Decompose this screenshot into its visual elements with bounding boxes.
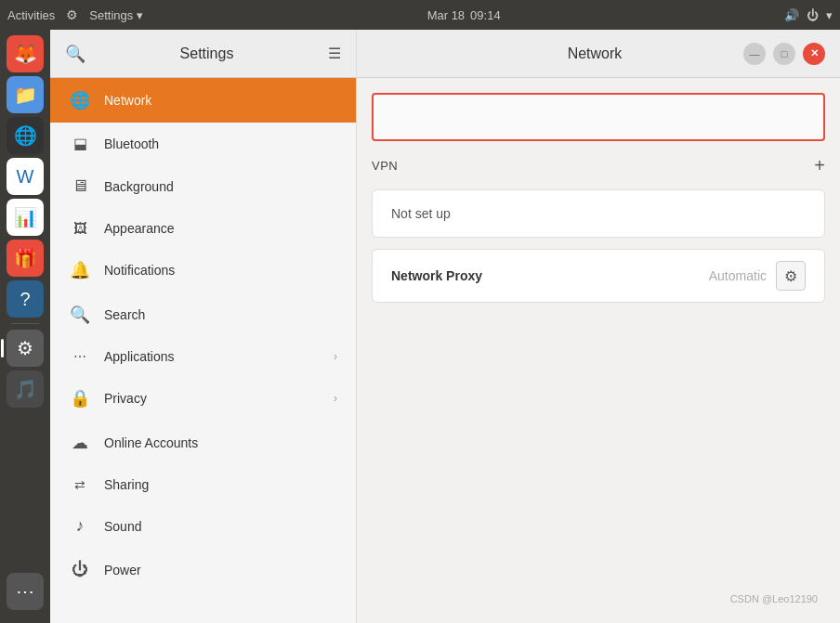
sound-icon: ♪ <box>69 516 91 536</box>
minimize-button[interactable]: — <box>743 43 766 65</box>
window-content: 🔍 Settings ☰ 🌐 Network ⬓ Bluetooth 🖥 <box>50 30 840 623</box>
sidebar-label-network: Network <box>104 93 337 108</box>
content-panel: Network — □ ✕ VPN + <box>357 30 840 623</box>
dock-icon-files[interactable]: 📁 <box>7 76 44 113</box>
vpn-section-header: VPN + <box>372 152 825 178</box>
content-titlebar: Network — □ ✕ <box>357 30 840 78</box>
applications-icon: ⋯ <box>69 349 91 364</box>
app-window: 🦊 📁 🌐 W 📊 🎁 ? ⚙ 🎵 ⋯ 🔍 Settings ☰ <box>0 30 840 623</box>
dock-icon-settings[interactable]: ⚙ <box>7 330 44 367</box>
maximize-button[interactable]: □ <box>773 43 795 65</box>
sidebar-label-privacy: Privacy <box>104 391 321 406</box>
power-sidebar-icon: ⏻ <box>69 560 91 579</box>
proxy-right: Automatic ⚙ <box>709 261 806 291</box>
topbar-date: Mar 18 <box>427 8 465 22</box>
watermark: CSDN @Leo12190 <box>730 590 825 608</box>
proxy-label: Network Proxy <box>391 268 482 283</box>
sidebar-label-notifications: Notifications <box>104 263 337 278</box>
sidebar-label-background: Background <box>104 179 337 194</box>
dock-icon-music[interactable]: 🎵 <box>7 370 44 408</box>
sidebar-item-notifications[interactable]: 🔔 Notifications <box>50 248 356 292</box>
window-controls: — □ ✕ <box>743 43 825 65</box>
sidebar-item-background[interactable]: 🖥 Background <box>50 164 356 208</box>
sidebar-item-power[interactable]: ⏻ Power <box>50 548 356 591</box>
system-menu-arrow[interactable]: ▾ <box>826 8 833 22</box>
settings-window: 🔍 Settings ☰ 🌐 Network ⬓ Bluetooth 🖥 <box>50 30 840 623</box>
volume-icon[interactable]: 🔊 <box>784 8 799 22</box>
vpn-add-button[interactable]: + <box>814 156 825 175</box>
topbar-dropdown-icon: ▾ <box>137 8 143 22</box>
sidebar-item-network[interactable]: 🌐 Network <box>50 78 356 123</box>
vpn-label: VPN <box>372 159 398 173</box>
dock-separator <box>11 323 39 324</box>
bluetooth-icon: ⬓ <box>69 135 91 152</box>
dock-show-apps[interactable]: ⋯ <box>7 573 44 610</box>
content-title: Network <box>446 45 743 62</box>
online-accounts-icon: ☁ <box>69 433 91 453</box>
search-icon: 🔍 <box>69 305 91 325</box>
network-proxy-card: Network Proxy Automatic ⚙ <box>372 249 825 303</box>
sidebar-label-online-accounts: Online Accounts <box>104 435 337 450</box>
content-body: VPN + Not set up Network Proxy Automatic… <box>357 78 840 623</box>
sidebar-search-icon[interactable]: 🔍 <box>65 44 85 64</box>
proxy-settings-button[interactable]: ⚙ <box>776 261 806 291</box>
sidebar-label-bluetooth: Bluetooth <box>104 136 337 151</box>
settings-sidebar: 🔍 Settings ☰ 🌐 Network ⬓ Bluetooth 🖥 <box>50 30 357 623</box>
topbar-gear-icon: ⚙ <box>66 7 78 22</box>
privacy-icon: 🔒 <box>69 388 91 409</box>
dock-icon-libreoffice[interactable]: W <box>7 158 44 195</box>
sidebar-item-sound[interactable]: ♪ Sound <box>50 504 356 548</box>
sidebar-item-search[interactable]: 🔍 Search <box>50 292 356 337</box>
sidebar-item-appearance[interactable]: 🖼 Appearance <box>50 208 356 248</box>
power-icon[interactable]: ⏻ <box>807 8 819 22</box>
sidebar-title: Settings <box>180 45 234 62</box>
background-icon: 🖥 <box>69 176 91 196</box>
topbar-settings-label: Settings <box>89 8 133 22</box>
sidebar-items-list: 🌐 Network ⬓ Bluetooth 🖥 Background 🖼 App… <box>50 78 356 623</box>
network-status-box <box>372 93 825 141</box>
appearance-icon: 🖼 <box>69 220 91 236</box>
activities-button[interactable]: Activities <box>7 8 55 22</box>
sidebar-item-privacy[interactable]: 🔒 Privacy › <box>50 376 356 421</box>
vpn-not-setup-text: Not set up <box>391 206 451 221</box>
sidebar-item-online-accounts[interactable]: ☁ Online Accounts <box>50 421 356 465</box>
sidebar-menu-icon[interactable]: ☰ <box>328 45 341 62</box>
dock-icon-help[interactable]: ? <box>7 280 44 318</box>
notifications-icon: 🔔 <box>69 260 91 280</box>
topbar: Activities ⚙ Settings ▾ Mar 18 09:14 🔊 ⏻… <box>0 0 840 30</box>
sidebar-label-appearance: Appearance <box>104 221 337 236</box>
dock-icon-software[interactable]: 🎁 <box>7 240 44 277</box>
sidebar-header: 🔍 Settings ☰ <box>50 30 356 78</box>
dock: 🦊 📁 🌐 W 📊 🎁 ? ⚙ 🎵 ⋯ <box>0 30 50 623</box>
sharing-icon: ⇄ <box>69 477 91 492</box>
dock-icon-calc[interactable]: 📊 <box>7 199 44 236</box>
sidebar-item-sharing[interactable]: ⇄ Sharing <box>50 465 356 504</box>
sidebar-label-sound: Sound <box>104 519 337 534</box>
topbar-settings-menu[interactable]: Settings ▾ <box>89 8 143 22</box>
proxy-gear-icon: ⚙ <box>784 267 797 285</box>
sidebar-label-search: Search <box>104 307 337 322</box>
sidebar-item-bluetooth[interactable]: ⬓ Bluetooth <box>50 123 356 164</box>
dock-icon-browser[interactable]: 🌐 <box>7 117 44 154</box>
sidebar-label-applications: Applications <box>104 349 321 364</box>
close-button[interactable]: ✕ <box>803 43 825 65</box>
network-icon: 🌐 <box>69 90 91 110</box>
vpn-card: Not set up <box>372 189 825 238</box>
sidebar-label-sharing: Sharing <box>104 477 337 492</box>
privacy-arrow-icon: › <box>334 392 337 405</box>
sidebar-item-applications[interactable]: ⋯ Applications › <box>50 337 356 376</box>
sidebar-label-power: Power <box>104 563 337 578</box>
dock-icon-ubuntu[interactable]: 🦊 <box>7 35 44 72</box>
applications-arrow-icon: › <box>334 350 337 363</box>
topbar-time: 09:14 <box>470 8 501 22</box>
proxy-status: Automatic <box>709 268 767 283</box>
